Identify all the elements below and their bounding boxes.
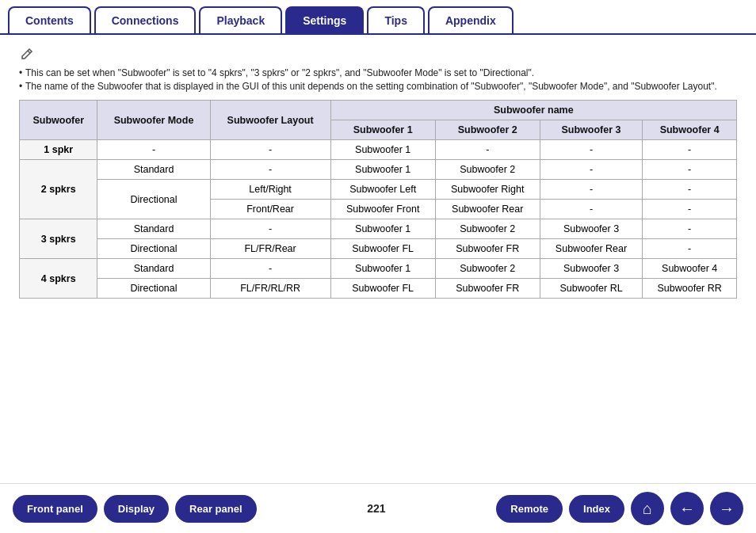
cell-mode: Standard (97, 259, 210, 279)
notes-section: This can be set when "Subwoofer" is set … (19, 48, 737, 92)
cell-sub4: - (643, 200, 737, 219)
cell-sub1: Subwoofer Front (330, 200, 435, 219)
table-row: Directional FL/FR/Rear Subwoofer FL Subw… (20, 239, 737, 259)
cell-subwoofer: 3 spkrs (20, 219, 97, 259)
cell-sub4: Subwoofer 4 (643, 259, 737, 279)
cell-subwoofer: 2 spkrs (20, 160, 97, 219)
cell-layout: - (210, 259, 330, 279)
cell-sub4: Subwoofer RR (643, 279, 737, 299)
cell-sub1: Subwoofer 1 (330, 259, 435, 279)
forward-button[interactable]: → (710, 492, 743, 525)
footer: Front panel Display Rear panel 221 Remot… (0, 483, 756, 533)
table-row: Directional Left/Right Subwoofer Left Su… (20, 180, 737, 200)
subwoofer-table: Subwoofer Subwoofer Mode Subwoofer Layou… (19, 100, 737, 299)
cell-sub1: Subwoofer 1 (330, 160, 435, 180)
cell-sub2: Subwoofer FR (435, 279, 540, 299)
col-header-sub4: Subwoofer 4 (643, 120, 737, 140)
col-header-sub2: Subwoofer 2 (435, 120, 540, 140)
cell-sub2: Subwoofer FR (435, 239, 540, 259)
cell-sub4: - (643, 140, 737, 160)
table-row: 1 spkr - - Subwoofer 1 - - - (20, 140, 737, 160)
table-row: Directional FL/FR/RL/RR Subwoofer FL Sub… (20, 279, 737, 299)
back-arrow-icon: ← (679, 500, 695, 518)
tab-appendix[interactable]: Appendix (428, 6, 514, 33)
tab-settings[interactable]: Settings (285, 6, 364, 33)
back-button[interactable]: ← (670, 492, 704, 525)
col-header-subwoofer: Subwoofer (20, 101, 97, 140)
cell-sub3: - (540, 160, 643, 180)
cell-layout: FL/FR/Rear (210, 239, 330, 259)
display-button[interactable]: Display (104, 495, 169, 523)
footer-left-buttons: Front panel Display Rear panel (13, 495, 257, 523)
page-number: 221 (367, 502, 385, 515)
cell-sub3: - (540, 180, 643, 200)
cell-layout: FL/FR/RL/RR (210, 279, 330, 299)
cell-sub3: - (540, 140, 643, 160)
col-header-sub1: Subwoofer 1 (330, 120, 435, 140)
cell-sub4: - (643, 180, 737, 200)
remote-button[interactable]: Remote (496, 495, 563, 523)
cell-mode: Directional (97, 180, 210, 219)
cell-sub1: Subwoofer FL (330, 239, 435, 259)
cell-mode: Directional (97, 279, 210, 299)
cell-mode: Directional (97, 239, 210, 259)
cell-sub3: Subwoofer 3 (540, 259, 643, 279)
main-content: This can be set when "Subwoofer" is set … (0, 35, 756, 483)
cell-sub2: Subwoofer Right (435, 180, 540, 200)
cell-sub4: - (643, 219, 737, 239)
cell-mode: Standard (97, 219, 210, 239)
cell-sub2: Subwoofer 2 (435, 160, 540, 180)
cell-mode: - (97, 140, 210, 160)
cell-sub1: Subwoofer 1 (330, 219, 435, 239)
cell-sub1: Subwoofer FL (330, 279, 435, 299)
cell-sub2: - (435, 140, 540, 160)
forward-arrow-icon: → (719, 500, 735, 518)
col-header-mode: Subwoofer Mode (97, 101, 210, 140)
cell-sub1: Subwoofer 1 (330, 140, 435, 160)
cell-sub3: Subwoofer Rear (540, 239, 643, 259)
pencil-icon (19, 48, 33, 62)
cell-sub2: Subwoofer Rear (435, 200, 540, 219)
tab-tips[interactable]: Tips (367, 6, 425, 33)
col-header-layout: Subwoofer Layout (210, 101, 330, 140)
cell-layout: - (210, 140, 330, 160)
cell-sub4: - (643, 160, 737, 180)
index-button[interactable]: Index (569, 495, 624, 523)
cell-mode: Standard (97, 160, 210, 180)
cell-layout: - (210, 219, 330, 239)
cell-layout: Front/Rear (210, 200, 330, 219)
note-2: The name of the Subwoofer that is displa… (19, 81, 737, 92)
col-header-sub3: Subwoofer 3 (540, 120, 643, 140)
table-row: 2 spkrs Standard - Subwoofer 1 Subwoofer… (20, 160, 737, 180)
tab-playback[interactable]: Playback (199, 6, 282, 33)
col-header-subwoofer-name: Subwoofer name (330, 101, 736, 120)
cell-subwoofer: 4 spkrs (20, 259, 97, 299)
table-row: 3 spkrs Standard - Subwoofer 1 Subwoofer… (20, 219, 737, 239)
front-panel-button[interactable]: Front panel (13, 495, 97, 523)
tab-navigation: Contents Connections Playback Settings T… (0, 0, 756, 35)
cell-sub3: Subwoofer RL (540, 279, 643, 299)
tab-contents[interactable]: Contents (8, 6, 91, 33)
table-row: 4 spkrs Standard - Subwoofer 1 Subwoofer… (20, 259, 737, 279)
cell-sub1: Subwoofer Left (330, 180, 435, 200)
rear-panel-button[interactable]: Rear panel (175, 495, 256, 523)
home-icon: ⌂ (643, 500, 652, 518)
cell-sub3: Subwoofer 3 (540, 219, 643, 239)
cell-subwoofer: 1 spkr (20, 140, 97, 160)
cell-sub2: Subwoofer 2 (435, 219, 540, 239)
cell-sub4: - (643, 239, 737, 259)
note-1: This can be set when "Subwoofer" is set … (19, 67, 737, 78)
cell-sub2: Subwoofer 2 (435, 259, 540, 279)
cell-layout: Left/Right (210, 180, 330, 200)
cell-layout: - (210, 160, 330, 180)
tab-connections[interactable]: Connections (94, 6, 197, 33)
cell-sub3: - (540, 200, 643, 219)
home-button[interactable]: ⌂ (631, 492, 664, 525)
footer-right-buttons: Remote Index ⌂ ← → (496, 492, 743, 525)
